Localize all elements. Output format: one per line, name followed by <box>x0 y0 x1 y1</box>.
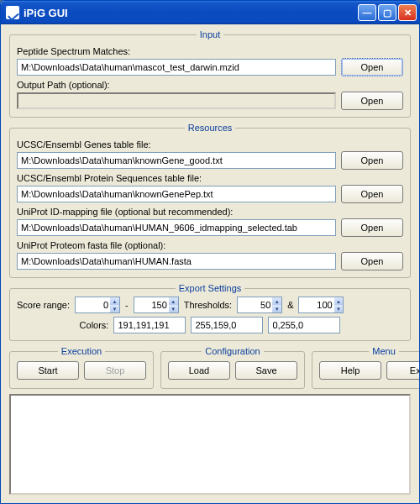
menu-group: Menu Help Exit <box>312 346 420 389</box>
execution-group: Execution Start Stop <box>9 346 154 389</box>
score-min-input[interactable] <box>76 297 110 312</box>
score-max-spinner[interactable]: ▲▼ <box>134 297 179 313</box>
log-area[interactable] <box>9 394 411 495</box>
genes-input[interactable] <box>17 152 336 169</box>
amp-label: & <box>287 300 293 310</box>
execution-legend: Execution <box>58 346 105 356</box>
fasta-input[interactable] <box>17 253 336 270</box>
app-window: iPiG GUI — ▢ ✕ Input Peptide Spectrum Ma… <box>0 0 420 504</box>
window-title: iPiG GUI <box>24 7 68 19</box>
fasta-open-button[interactable]: Open <box>341 252 403 270</box>
exit-button[interactable]: Exit <box>386 361 420 380</box>
score-min-spinner[interactable]: ▲▼ <box>75 297 120 313</box>
psm-input[interactable] <box>17 59 336 76</box>
output-input[interactable] <box>17 92 336 109</box>
close-button[interactable]: ✕ <box>398 4 417 21</box>
idmap-label: UniProt ID-mapping file (optional but re… <box>17 207 403 217</box>
config-group: Configuration Load Save <box>160 346 305 389</box>
start-button[interactable]: Start <box>17 361 79 380</box>
thresholds-label: Thresholds: <box>184 300 232 310</box>
threshold-b-input[interactable] <box>299 297 333 312</box>
chevron-up-icon[interactable]: ▲ <box>169 297 178 305</box>
menu-legend: Menu <box>369 346 399 356</box>
load-button[interactable]: Load <box>168 361 230 380</box>
output-label: Output Path (optional): <box>17 80 403 90</box>
prot-input[interactable] <box>17 186 336 202</box>
chevron-up-icon[interactable]: ▲ <box>334 297 344 305</box>
fasta-label: UniProt Proteom fasta file (optional): <box>17 240 403 250</box>
input-legend: Input <box>197 29 223 39</box>
threshold-b-spinner[interactable]: ▲▼ <box>298 297 344 313</box>
chevron-down-icon[interactable]: ▼ <box>272 305 281 312</box>
color1-input[interactable] <box>113 317 186 333</box>
help-button[interactable]: Help <box>319 361 381 380</box>
psm-open-button[interactable]: Open <box>341 58 403 76</box>
score-max-input[interactable] <box>134 297 169 312</box>
idmap-open-button[interactable]: Open <box>341 218 403 237</box>
chevron-up-icon[interactable]: ▲ <box>110 297 119 305</box>
color2-input[interactable] <box>191 317 263 333</box>
minimize-button[interactable]: — <box>358 4 376 21</box>
chevron-down-icon[interactable]: ▼ <box>334 305 344 312</box>
maximize-button[interactable]: ▢ <box>378 4 396 21</box>
export-group: Export Settings Score range: ▲▼ - ▲▼ Thr… <box>9 283 411 341</box>
export-legend: Export Settings <box>176 283 245 293</box>
save-button[interactable]: Save <box>235 361 297 380</box>
psm-label: Peptide Spectrum Matches: <box>17 46 403 56</box>
app-icon <box>6 6 19 19</box>
prot-open-button[interactable]: Open <box>341 185 403 203</box>
chevron-down-icon[interactable]: ▼ <box>169 305 178 312</box>
input-group: Input Peptide Spectrum Matches: Open Out… <box>9 29 411 118</box>
threshold-a-spinner[interactable]: ▲▼ <box>237 297 282 313</box>
score-range-label: Score range: <box>17 300 70 310</box>
resources-group: Resources UCSC/Ensembl Genes table file:… <box>9 123 411 278</box>
chevron-down-icon[interactable]: ▼ <box>110 305 119 312</box>
color3-input[interactable] <box>268 317 340 333</box>
chevron-up-icon[interactable]: ▲ <box>272 297 281 305</box>
prot-label: UCSC/Ensembl Protein Sequences table fil… <box>17 173 403 183</box>
genes-label: UCSC/Ensembl Genes table file: <box>17 139 403 150</box>
genes-open-button[interactable]: Open <box>341 151 403 170</box>
idmap-input[interactable] <box>17 219 336 236</box>
config-legend: Configuration <box>202 346 263 356</box>
stop-button[interactable]: Stop <box>84 361 146 380</box>
output-open-button[interactable]: Open <box>341 92 403 110</box>
titlebar: iPiG GUI — ▢ ✕ <box>1 1 419 24</box>
dash-label: - <box>125 300 129 310</box>
colors-label: Colors: <box>80 320 109 330</box>
threshold-a-input[interactable] <box>238 297 272 312</box>
resources-legend: Resources <box>185 123 236 133</box>
